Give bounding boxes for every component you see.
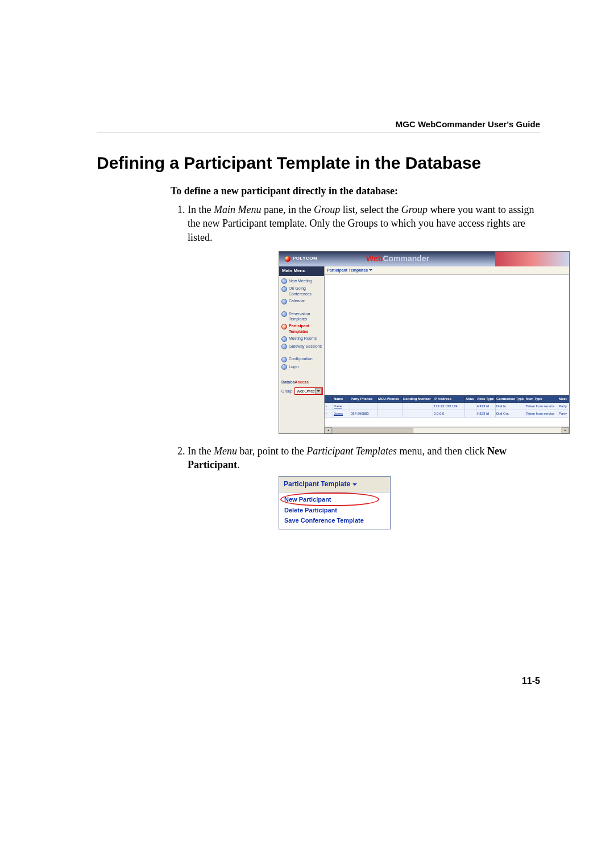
chevron-down-icon [315, 388, 322, 394]
cell-ip: 0.0.0.0 [433, 410, 465, 417]
em-participant-templates: Participant Templates [306, 445, 397, 457]
col-name[interactable]: Name [333, 395, 350, 402]
cell-party: 054 890883 [350, 410, 377, 417]
database-label: DatabaAccess [281, 379, 322, 385]
bullet-icon [281, 278, 287, 284]
scroll-thumb[interactable] [333, 428, 413, 434]
cell-mcu [377, 402, 403, 410]
menu-item-delete-participant[interactable]: Delete Participant [281, 505, 388, 516]
cell-conn: Dial Out [496, 410, 525, 417]
bullet-icon [281, 336, 287, 342]
nav-meeting-rooms[interactable]: Meeting Rooms [281, 336, 322, 342]
cell-bond [403, 410, 433, 417]
scroll-left-icon[interactable]: ◂ [325, 427, 332, 433]
row-icon: ▫ [325, 402, 333, 410]
cell-name[interactable]: Dave [333, 402, 350, 410]
cell-alias [465, 402, 476, 410]
cell-atype: H323 Id [476, 410, 496, 417]
brand-web: Web [366, 254, 383, 263]
col-connection-type[interactable]: Connection Type [496, 395, 525, 402]
sidebar-header: Main Menu [279, 266, 324, 276]
cell-bond [403, 402, 433, 410]
cell-num: Taken from service [525, 410, 558, 417]
nav-ongoing-conf[interactable]: On Going Conferences [281, 286, 322, 297]
screenshot-dropdown: Participant Template New Participant Del… [279, 476, 391, 529]
bullet-icon [281, 357, 287, 362]
brand-title: WebCommander [366, 253, 446, 264]
step-1: In the Main Menu pane, in the Group list… [188, 203, 540, 434]
polycom-logo: POLYCOM [279, 256, 317, 262]
col-ip-address[interactable]: IP Address [433, 395, 465, 402]
em-group-2: Group [401, 204, 428, 215]
procedure-lead: To define a new participant directly in … [171, 185, 540, 197]
em-group-1: Group [314, 204, 340, 215]
em-main-menu: Main Menu [214, 204, 261, 215]
col-num-type[interactable]: Num Type [525, 395, 558, 402]
screenshot-webcommander: POLYCOM WebCommander Main Menu New Meeti… [279, 251, 570, 434]
step-list: In the Main Menu pane, in the Group list… [171, 203, 540, 529]
cell-atype: H323 Id [476, 402, 496, 410]
em-menu: Menu [214, 445, 237, 457]
cell-num: Taken from service [525, 402, 558, 410]
col-alias-type[interactable]: Alias Type [476, 395, 496, 402]
bullet-icon [281, 311, 287, 317]
page-number: 11-5 [522, 676, 540, 686]
results-header-row: Name Party Phones MCU Phones Bonding Num… [325, 395, 570, 402]
bullet-icon [281, 324, 287, 329]
cell-alias [465, 410, 476, 417]
nav-new-meeting[interactable]: New Meeting [281, 278, 322, 285]
cell-mcu [377, 410, 403, 417]
chevron-down-icon [369, 269, 372, 273]
menu-item-save-conference-template[interactable]: Save Conference Template [281, 515, 388, 526]
dropdown-menu: New Participant Delete Participant Save … [279, 493, 390, 529]
table-row[interactable]: ▫ Dave 172.22.133.139 H323 Id Dial I [325, 402, 570, 410]
app-titlebar: POLYCOM WebCommander [279, 252, 569, 266]
nav-gateway-sessions[interactable]: Gateway Sessions [281, 344, 322, 350]
cell-meet: Party [558, 402, 570, 410]
nav-reservation-templates[interactable]: Reservation Templates [281, 311, 322, 322]
bullet-icon [281, 286, 287, 292]
col-icon [325, 395, 333, 402]
running-head: MGC WebCommander User's Guide [396, 119, 540, 129]
row-icon: ▫ [325, 410, 333, 417]
nav-calendar[interactable]: Calendar [281, 298, 322, 304]
chevron-down-icon [352, 483, 357, 488]
group-select-value: WebOffice [296, 389, 314, 394]
logo-orb-icon [285, 256, 291, 262]
results-panel: Name Party Phones MCU Phones Bonding Num… [325, 395, 569, 427]
col-alias[interactable]: Alias [465, 395, 476, 402]
col-meet[interactable]: Meet [558, 395, 570, 402]
scroll-right-icon[interactable]: ▸ [562, 427, 569, 433]
col-party-phones[interactable]: Party Phones [350, 395, 377, 402]
step-2: In the Menu bar, point to the Participan… [188, 444, 540, 529]
bullet-icon [281, 344, 287, 349]
titlebar-decor [495, 252, 569, 266]
menu-item-new-participant[interactable]: New Participant [281, 494, 388, 505]
col-bonding-number[interactable]: Bonding Number [403, 395, 433, 402]
dropdown-header[interactable]: Participant Template [279, 477, 390, 492]
bullet-icon [281, 299, 287, 304]
cell-party [350, 402, 377, 410]
brand-rest: Commander [383, 254, 429, 263]
cell-conn: Dial In [496, 402, 525, 410]
scroll-track[interactable] [332, 427, 562, 433]
col-mcu-phones[interactable]: MCU Phones [377, 395, 403, 402]
participant-templates-menu[interactable]: Participant Templates [327, 268, 372, 273]
header-rule [97, 132, 540, 132]
work-area: Participant Templates [325, 266, 569, 433]
group-label: Group: [281, 389, 293, 394]
sidebar: Main Menu New Meeting On Going Conferenc… [279, 266, 325, 433]
results-table: Name Party Phones MCU Phones Bonding Num… [325, 395, 570, 418]
nav-participant-templates[interactable]: Participant Templates [281, 323, 322, 334]
group-select[interactable]: WebOffice [294, 387, 322, 395]
horizontal-scrollbar[interactable]: ◂ ▸ [325, 427, 569, 433]
cell-name[interactable]: Jones [333, 410, 350, 417]
logo-text: POLYCOM [293, 256, 317, 262]
nav-configuration[interactable]: Configuration [281, 356, 322, 362]
nav-login[interactable]: Login [281, 364, 322, 370]
workarea-toolbar: Participant Templates [325, 266, 569, 275]
page-heading: Defining a Participant Template in the D… [97, 153, 540, 173]
cell-ip: 172.22.133.139 [433, 402, 465, 410]
table-row[interactable]: ▫ Jones 054 890883 0.0.0.0 H323 Id Di [325, 410, 570, 417]
bullet-icon [281, 364, 287, 370]
